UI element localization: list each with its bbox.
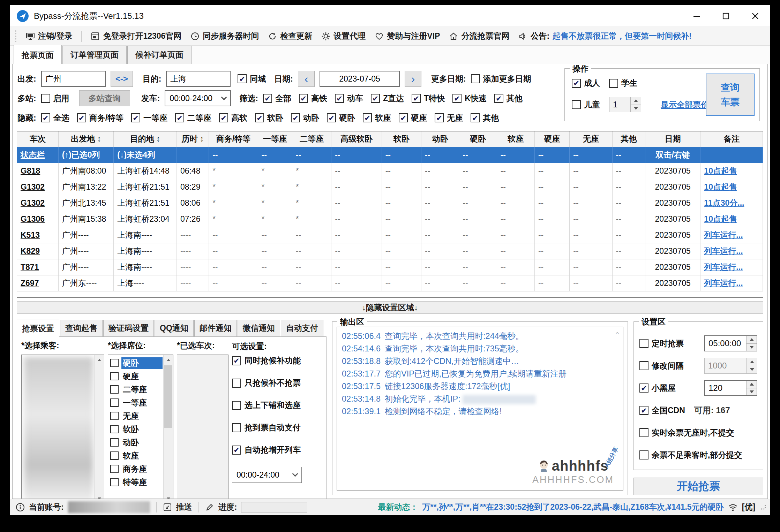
train-row[interactable]: G1302广州北13:45上海虹桥21:5108:06***----------… xyxy=(17,195,763,211)
checkbox-box[interactable] xyxy=(110,412,119,420)
note-link[interactable]: 10点起售 xyxy=(704,166,737,175)
logout-login-button[interactable]: 注销/登录 xyxy=(26,31,72,41)
settings-tab-0[interactable]: 抢票设置 xyxy=(17,319,59,337)
checkbox-box[interactable] xyxy=(110,465,119,473)
proxy-settings-button[interactable]: 设置代理 xyxy=(321,31,366,41)
hide-checkbox-4[interactable]: ✔高软 xyxy=(219,113,247,123)
spin-up-button[interactable] xyxy=(631,97,641,105)
seat-option-5[interactable]: 软卧 xyxy=(110,423,163,436)
seat-option-1[interactable]: 硬座 xyxy=(110,370,163,383)
swap-stations-button[interactable]: <-> xyxy=(111,71,133,87)
train-number-link[interactable]: G1302 xyxy=(21,198,45,207)
seat-option-3[interactable]: 一等座 xyxy=(110,396,163,409)
scroll-thumb[interactable] xyxy=(164,365,172,428)
scroll-down-button[interactable] xyxy=(95,494,104,499)
filter-checkbox-6[interactable]: ✔其他 xyxy=(494,93,523,104)
hide-settings-divider[interactable]: ↓隐藏设置区域↓ xyxy=(17,301,763,314)
blackroom-stepper[interactable]: 120 xyxy=(704,380,757,396)
column-header-6[interactable]: 二等座 xyxy=(292,131,331,147)
hide-checkbox-2[interactable]: ✔一等座 xyxy=(131,113,167,123)
column-header-9[interactable]: 动卧 xyxy=(421,131,459,147)
date-input[interactable]: 2023-07-05 xyxy=(320,71,400,87)
filter-checkbox-0[interactable]: ✔全部 xyxy=(263,93,291,104)
hide-checkbox-11[interactable]: ✔其他 xyxy=(471,113,499,123)
partial-submit-checkbox[interactable]: 余票不足乘客时,部分提交 xyxy=(639,450,742,461)
selected-trains-listbox[interactable] xyxy=(177,355,228,499)
note-link[interactable]: 列车运行... xyxy=(704,230,743,240)
column-header-2[interactable]: 目的地 ↕ xyxy=(114,131,177,147)
multi-station-query-button[interactable]: 多站查询 xyxy=(79,90,130,106)
hide-checkbox-9[interactable]: ✔硬座 xyxy=(399,113,427,123)
next-date-button[interactable]: › xyxy=(405,71,421,87)
spin-down-button[interactable] xyxy=(747,388,757,396)
train-number-link[interactable]: K513 xyxy=(21,230,40,240)
note-link[interactable]: 列车运行... xyxy=(704,279,743,288)
column-header-13[interactable]: 无座 xyxy=(570,131,612,147)
tab-order-management[interactable]: 订单管理页面 xyxy=(62,46,127,64)
hide-checkbox-5[interactable]: ✔软卧 xyxy=(255,113,283,123)
checkbox-box[interactable] xyxy=(110,385,119,394)
train-row[interactable]: G1306广州南15:38上海虹桥23:0407:26***----------… xyxy=(17,211,763,227)
checkbox-box[interactable] xyxy=(110,398,119,407)
spin-up-button[interactable] xyxy=(747,381,757,388)
column-header-0[interactable]: 车次 xyxy=(17,131,58,147)
note-link[interactable]: 11点30分... xyxy=(704,198,744,207)
grab-time-range-dropdown[interactable]: 00:00-24:00 xyxy=(232,467,302,483)
settings-tab-2[interactable]: 验证码设置 xyxy=(103,320,154,336)
tab-waitlist-orders[interactable]: 候补订单页面 xyxy=(127,46,192,64)
checkbox-box[interactable] xyxy=(110,359,119,367)
train-number-link[interactable]: K829 xyxy=(21,246,40,256)
note-link[interactable]: 10点起售 xyxy=(704,182,737,191)
sponsor-vip-button[interactable]: 赞助与注册VIP xyxy=(375,31,440,41)
train-number-link[interactable]: T871 xyxy=(21,263,39,272)
column-header-3[interactable]: 历时 ↕ xyxy=(177,131,209,147)
passenger-scrollbar[interactable] xyxy=(94,355,104,499)
hide-checkbox-7[interactable]: ✔硬卧 xyxy=(327,113,355,123)
checkbox-box[interactable] xyxy=(110,451,119,460)
train-row[interactable]: G1302广州南13:22上海虹桥21:5108:29***----------… xyxy=(17,179,763,195)
filter-checkbox-1[interactable]: ✔高铁 xyxy=(299,93,327,104)
scroll-up-button[interactable] xyxy=(95,355,104,365)
spin-down-button[interactable] xyxy=(747,366,757,374)
dest-input[interactable]: 上海 xyxy=(166,71,231,87)
column-header-10[interactable]: 硬卧 xyxy=(459,131,497,147)
scroll-down-button[interactable] xyxy=(164,494,173,499)
spin-down-button[interactable] xyxy=(631,105,641,112)
hide-checkbox-1[interactable]: ✔商务/特等 xyxy=(77,113,123,123)
prev-date-button[interactable]: ‹ xyxy=(298,71,315,87)
train-row[interactable]: T871广州----上海南---------------------------… xyxy=(17,259,763,275)
train-number-link[interactable]: G1302 xyxy=(21,182,45,191)
train-row[interactable]: G818广州南08:00上海虹桥14:4806:48***-----------… xyxy=(17,163,763,179)
sync-time-button[interactable]: 同步服务器时间 xyxy=(190,31,259,41)
hide-checkbox-8[interactable]: ✔软座 xyxy=(363,113,391,123)
column-header-15[interactable]: 日期 xyxy=(645,131,700,147)
train-row[interactable]: K829广州----上海南---------------------------… xyxy=(17,243,763,259)
depart-time-dropdown[interactable]: 00:00-24:00 xyxy=(165,90,231,106)
table-status-row[interactable]: 状态栏(↑)已选0列(↓)未选4列----------------------双… xyxy=(17,147,763,163)
check-update-button[interactable]: 检查更新 xyxy=(268,31,312,41)
train-row[interactable]: K513广州----上海南---------------------------… xyxy=(17,227,763,243)
seat-option-9[interactable]: 特等座 xyxy=(110,476,163,489)
cdn-checkbox[interactable]: ✔ 全国CDN xyxy=(639,405,685,416)
booking-option-3[interactable]: 抢到票自动支付 xyxy=(232,422,323,433)
resize-grip[interactable] xyxy=(761,504,766,510)
train-row[interactable]: Z697广州东----上海---------------------------… xyxy=(17,275,763,291)
column-header-7[interactable]: 高级软卧 xyxy=(331,131,382,147)
checkbox-box[interactable] xyxy=(110,425,119,433)
checkbox-box[interactable] xyxy=(110,478,119,486)
status-bar-link[interactable]: 状态栏 xyxy=(21,150,45,159)
train-number-link[interactable]: G818 xyxy=(21,166,40,175)
seat-option-0[interactable]: 硬卧 xyxy=(110,356,163,370)
show-all-prices-link[interactable]: 显示全部票价 xyxy=(661,99,709,110)
tab-ticket-page[interactable]: 抢票页面 xyxy=(14,45,62,64)
interval-stepper[interactable]: 1000 xyxy=(704,358,757,374)
settings-tab-3[interactable]: QQ通知 xyxy=(155,320,194,336)
column-header-16[interactable]: 备注 xyxy=(700,131,763,147)
column-header-1[interactable]: 出发地 ↕ xyxy=(58,131,113,147)
booking-option-2[interactable]: 选上下铺和选座 xyxy=(232,400,323,411)
filter-checkbox-5[interactable]: ✔K快速 xyxy=(452,93,487,104)
booking-option-4[interactable]: ✔自动抢增开列车 xyxy=(232,444,323,455)
minimize-button[interactable] xyxy=(682,5,711,26)
settings-tab-5[interactable]: 微信通知 xyxy=(238,320,280,336)
adult-checkbox[interactable]: ✔ 成人 xyxy=(572,78,600,89)
